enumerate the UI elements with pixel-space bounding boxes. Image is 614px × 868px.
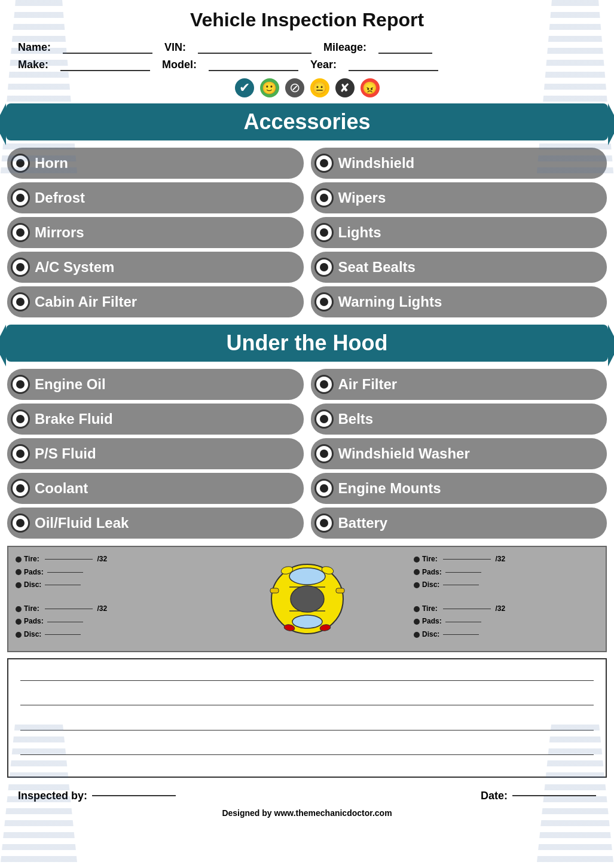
legend-fair-check-icon: ⊘ bbox=[285, 78, 304, 97]
defrost-label: Defrost bbox=[35, 190, 85, 206]
tire-rr-disc-line[interactable] bbox=[443, 634, 479, 635]
engine-oil-circle-inner bbox=[16, 380, 25, 389]
defrost-circle-inner bbox=[16, 194, 25, 202]
tire-rl-dot bbox=[16, 606, 22, 612]
ac-system-circle[interactable] bbox=[11, 258, 30, 277]
model-field[interactable] bbox=[209, 59, 298, 71]
legend-row: ✔ 🙂 ⊘ 😐 ✘ 😠 bbox=[0, 74, 614, 100]
name-field[interactable] bbox=[63, 42, 152, 54]
tire-fr-line[interactable] bbox=[443, 559, 491, 560]
warning-lights-circle-inner bbox=[320, 298, 328, 306]
belts-circle-inner bbox=[320, 415, 328, 423]
warning-lights-circle[interactable] bbox=[314, 292, 334, 311]
mileage-field[interactable] bbox=[378, 42, 432, 54]
svg-rect-11 bbox=[336, 588, 344, 593]
wipers-circle[interactable] bbox=[314, 188, 334, 207]
battery-circle[interactable] bbox=[314, 514, 334, 533]
engine-mounts-circle[interactable] bbox=[314, 479, 334, 498]
form-row-2: Make: Model: Year: bbox=[0, 56, 614, 74]
engine-mounts-circle-inner bbox=[320, 484, 328, 493]
air-filter-item: Air Filter bbox=[311, 369, 607, 400]
make-field[interactable] bbox=[60, 59, 150, 71]
tire-rl-line[interactable] bbox=[45, 609, 93, 609]
tire-rl-disc-line[interactable] bbox=[45, 634, 81, 635]
tire-fl-disc-line[interactable] bbox=[45, 585, 81, 585]
tire-rl-entry: Tire: /32 Pads: Disc: bbox=[16, 603, 200, 641]
tire-rl-pads: Pads: bbox=[16, 615, 200, 628]
date-label: Date: bbox=[481, 790, 508, 802]
cabin-air-filter-item: Cabin Air Filter bbox=[7, 286, 304, 317]
brake-fluid-circle[interactable] bbox=[11, 409, 30, 429]
lights-circle[interactable] bbox=[314, 223, 334, 242]
tire-rl-disc-label: Disc: bbox=[24, 628, 41, 641]
legend-fair-face-icon: 😐 bbox=[310, 78, 329, 97]
tire-fr-pads-dot bbox=[414, 569, 420, 575]
svg-point-5 bbox=[291, 586, 324, 612]
tire-rr-pads-line[interactable] bbox=[445, 622, 481, 622]
tire-fr-disc: Disc: bbox=[414, 579, 598, 592]
ac-system-label: A/C System bbox=[35, 259, 114, 276]
tire-fl-unit: /32 bbox=[95, 553, 107, 566]
engine-mounts-item: Engine Mounts bbox=[311, 473, 607, 504]
tire-fr-tire: Tire: /32 bbox=[414, 553, 598, 566]
notes-line-3[interactable] bbox=[20, 730, 594, 731]
engine-oil-label: Engine Oil bbox=[35, 376, 106, 393]
accessories-grid: Horn Windshield Defrost Wipers Mirrors bbox=[0, 144, 614, 321]
seat-belts-circle[interactable] bbox=[314, 258, 334, 277]
tire-rr-line[interactable] bbox=[443, 609, 491, 609]
ps-fluid-circle[interactable] bbox=[11, 444, 30, 463]
tire-rr-entry: Tire: /32 Pads: Disc: bbox=[414, 603, 598, 641]
coolant-circle[interactable] bbox=[11, 479, 30, 498]
windshield-washer-circle[interactable] bbox=[314, 444, 334, 463]
tire-rr-disc-label: Disc: bbox=[422, 628, 439, 641]
ac-system-circle-inner bbox=[16, 263, 25, 271]
belts-circle[interactable] bbox=[314, 409, 334, 429]
tire-rl-pads-label: Pads: bbox=[24, 615, 44, 628]
tire-fr-disc-dot bbox=[414, 582, 420, 588]
inspected-by-line[interactable] bbox=[92, 795, 176, 796]
svg-point-1 bbox=[289, 568, 325, 585]
windshield-circle[interactable] bbox=[314, 154, 334, 173]
tire-fl-pads-line[interactable] bbox=[47, 572, 83, 573]
brake-fluid-label: Brake Fluid bbox=[35, 411, 113, 427]
tire-fl-pads-dot bbox=[16, 569, 22, 575]
tire-rl-pads-line[interactable] bbox=[47, 622, 83, 622]
engine-oil-item: Engine Oil bbox=[7, 369, 304, 400]
tire-rl-disc: Disc: bbox=[16, 628, 200, 641]
belts-item: Belts bbox=[311, 404, 607, 435]
notes-line-4[interactable] bbox=[20, 754, 594, 755]
notes-line-1[interactable] bbox=[20, 680, 594, 681]
tire-fr-disc-line[interactable] bbox=[443, 585, 479, 585]
windshield-washer-item: Windshield Washer bbox=[311, 438, 607, 469]
tire-fl-tire: Tire: /32 bbox=[16, 553, 200, 566]
tire-fr-pads-line[interactable] bbox=[445, 572, 481, 573]
designed-by-text: Designed by www.themechanicdoctor.com bbox=[222, 808, 392, 818]
car-center bbox=[207, 547, 407, 651]
oil-fluid-leak-label: Oil/Fluid Leak bbox=[35, 515, 129, 531]
wipers-circle-inner bbox=[320, 194, 328, 202]
defrost-circle[interactable] bbox=[11, 188, 30, 207]
accessories-title: Accessories bbox=[243, 109, 370, 134]
year-field[interactable] bbox=[349, 59, 438, 71]
tire-fl-line[interactable] bbox=[45, 559, 93, 560]
tire-rr-pads: Pads: bbox=[414, 615, 598, 628]
air-filter-circle[interactable] bbox=[314, 375, 334, 394]
mirrors-circle[interactable] bbox=[11, 223, 30, 242]
engine-oil-circle[interactable] bbox=[11, 375, 30, 394]
coolant-label: Coolant bbox=[35, 480, 88, 497]
vin-field[interactable] bbox=[198, 42, 311, 54]
warning-lights-label: Warning Lights bbox=[338, 294, 442, 310]
tire-fl-disc: Disc: bbox=[16, 579, 200, 592]
lights-label: Lights bbox=[338, 224, 381, 241]
lights-circle-inner bbox=[320, 228, 328, 237]
oil-fluid-leak-circle[interactable] bbox=[11, 514, 30, 533]
coolant-circle-inner bbox=[16, 484, 25, 493]
notes-section bbox=[7, 658, 607, 778]
legend-good-check-icon: ✔ bbox=[235, 78, 254, 97]
notes-line-2[interactable] bbox=[20, 705, 594, 705]
mirrors-circle-inner bbox=[16, 228, 25, 237]
battery-label: Battery bbox=[338, 515, 388, 531]
cabin-air-filter-circle[interactable] bbox=[11, 292, 30, 311]
mirrors-item: Mirrors bbox=[7, 217, 304, 248]
wipers-item: Wipers bbox=[311, 182, 607, 213]
